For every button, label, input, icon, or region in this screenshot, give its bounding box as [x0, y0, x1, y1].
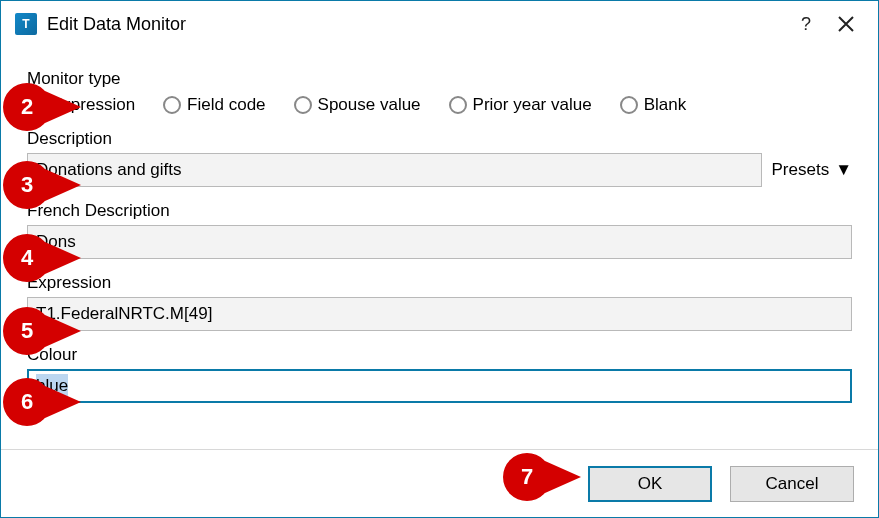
window-title: Edit Data Monitor — [47, 14, 186, 35]
radio-label: Expression — [51, 95, 135, 115]
radio-prior-year-value[interactable]: Prior year value — [449, 95, 592, 115]
radio-label: Prior year value — [473, 95, 592, 115]
radio-indicator — [620, 96, 638, 114]
titlebar: T Edit Data Monitor ? — [1, 1, 878, 47]
cancel-button[interactable]: Cancel — [730, 466, 854, 502]
dialog-edit-data-monitor: T Edit Data Monitor ? Monitor type Expre… — [0, 0, 879, 518]
radio-expression[interactable]: Expression — [27, 95, 135, 115]
description-input[interactable] — [27, 153, 762, 187]
ok-button-label: OK — [638, 474, 663, 494]
radio-label: Spouse value — [318, 95, 421, 115]
radio-indicator — [294, 96, 312, 114]
radio-field-code[interactable]: Field code — [163, 95, 265, 115]
chevron-down-icon: ▼ — [835, 160, 852, 180]
expression-label: Expression — [27, 273, 852, 293]
dialog-button-bar: OK Cancel — [1, 449, 878, 517]
close-button[interactable] — [826, 8, 866, 40]
colour-value-selected: blue — [36, 374, 68, 398]
french-description-label: French Description — [27, 201, 852, 221]
radio-label: Blank — [644, 95, 687, 115]
colour-label: Colour — [27, 345, 852, 365]
cancel-button-label: Cancel — [766, 474, 819, 494]
ok-button[interactable]: OK — [588, 466, 712, 502]
radio-blank[interactable]: Blank — [620, 95, 687, 115]
radio-indicator — [449, 96, 467, 114]
radio-spouse-value[interactable]: Spouse value — [294, 95, 421, 115]
radio-indicator — [27, 96, 45, 114]
presets-label: Presets — [772, 160, 830, 180]
radio-label: Field code — [187, 95, 265, 115]
colour-input[interactable]: blue — [27, 369, 852, 403]
french-description-input[interactable] — [27, 225, 852, 259]
help-button[interactable]: ? — [786, 8, 826, 40]
help-icon: ? — [801, 14, 811, 35]
close-icon — [837, 9, 855, 40]
radio-indicator — [163, 96, 181, 114]
app-icon: T — [15, 13, 37, 35]
expression-input[interactable] — [27, 297, 852, 331]
presets-button[interactable]: Presets ▼ — [772, 160, 852, 180]
description-label: Description — [27, 129, 852, 149]
monitor-type-label: Monitor type — [27, 69, 852, 89]
monitor-type-group: ExpressionField codeSpouse valuePrior ye… — [27, 95, 852, 115]
